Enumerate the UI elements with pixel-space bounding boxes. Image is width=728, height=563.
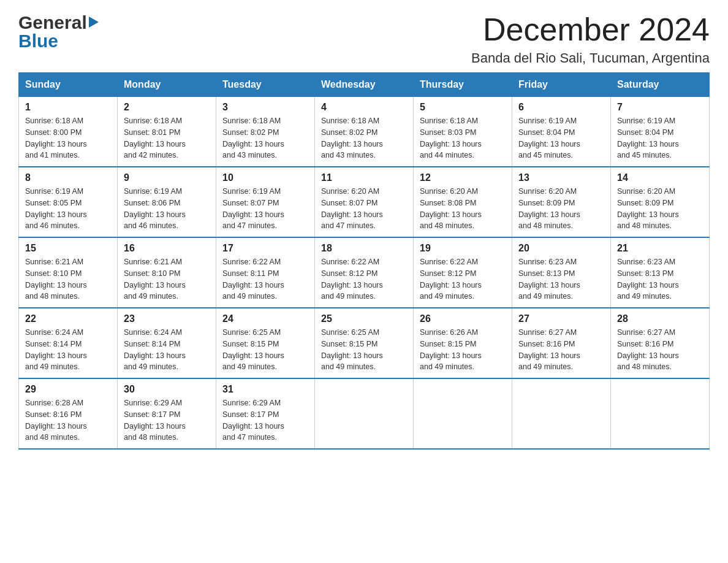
- day-number: 3: [222, 102, 308, 113]
- day-number: 29: [25, 384, 111, 395]
- day-info: Sunrise: 6:25 AM Sunset: 8:15 PM Dayligh…: [321, 327, 407, 373]
- calendar-cell: 18 Sunrise: 6:22 AM Sunset: 8:12 PM Dayl…: [315, 237, 414, 308]
- day-number: 7: [617, 102, 703, 113]
- calendar-cell: 10 Sunrise: 6:19 AM Sunset: 8:07 PM Dayl…: [216, 167, 315, 237]
- day-info: Sunrise: 6:27 AM Sunset: 8:16 PM Dayligh…: [617, 327, 703, 373]
- day-info: Sunrise: 6:21 AM Sunset: 8:10 PM Dayligh…: [124, 256, 210, 302]
- calendar-body: 1 Sunrise: 6:18 AM Sunset: 8:00 PM Dayli…: [19, 97, 710, 450]
- day-number: 13: [518, 172, 604, 183]
- calendar-cell: [512, 378, 611, 449]
- day-number: 23: [124, 313, 210, 324]
- day-info: Sunrise: 6:19 AM Sunset: 8:05 PM Dayligh…: [25, 186, 111, 232]
- day-info: Sunrise: 6:18 AM Sunset: 8:03 PM Dayligh…: [420, 115, 506, 161]
- day-number: 15: [25, 243, 111, 254]
- day-info: Sunrise: 6:20 AM Sunset: 8:08 PM Dayligh…: [420, 186, 506, 232]
- day-info: Sunrise: 6:19 AM Sunset: 8:06 PM Dayligh…: [124, 186, 210, 232]
- calendar-cell: 16 Sunrise: 6:21 AM Sunset: 8:10 PM Dayl…: [118, 237, 216, 308]
- day-info: Sunrise: 6:18 AM Sunset: 8:01 PM Dayligh…: [124, 115, 210, 161]
- day-number: 6: [518, 102, 604, 113]
- day-info: Sunrise: 6:18 AM Sunset: 8:02 PM Dayligh…: [222, 115, 308, 161]
- day-number: 21: [617, 243, 703, 254]
- calendar-cell: 19 Sunrise: 6:22 AM Sunset: 8:12 PM Dayl…: [414, 237, 512, 308]
- calendar-cell: 3 Sunrise: 6:18 AM Sunset: 8:02 PM Dayli…: [216, 97, 315, 167]
- calendar-cell: 21 Sunrise: 6:23 AM Sunset: 8:13 PM Dayl…: [611, 237, 710, 308]
- day-number: 1: [25, 102, 111, 113]
- day-number: 9: [124, 172, 210, 183]
- calendar-header-saturday: Saturday: [611, 73, 710, 97]
- day-info: Sunrise: 6:23 AM Sunset: 8:13 PM Dayligh…: [518, 256, 604, 302]
- day-info: Sunrise: 6:24 AM Sunset: 8:14 PM Dayligh…: [25, 327, 111, 373]
- day-number: 5: [420, 102, 506, 113]
- calendar-cell: 4 Sunrise: 6:18 AM Sunset: 8:02 PM Dayli…: [315, 97, 414, 167]
- calendar-header-sunday: Sunday: [19, 73, 118, 97]
- day-info: Sunrise: 6:19 AM Sunset: 8:07 PM Dayligh…: [222, 186, 308, 232]
- calendar-header-thursday: Thursday: [414, 73, 512, 97]
- calendar-cell: 20 Sunrise: 6:23 AM Sunset: 8:13 PM Dayl…: [512, 237, 611, 308]
- logo-general-text: General: [18, 12, 87, 33]
- calendar-header-friday: Friday: [512, 73, 611, 97]
- calendar-week-4: 22 Sunrise: 6:24 AM Sunset: 8:14 PM Dayl…: [19, 308, 710, 378]
- day-number: 17: [222, 243, 308, 254]
- day-info: Sunrise: 6:25 AM Sunset: 8:15 PM Dayligh…: [222, 327, 308, 373]
- day-info: Sunrise: 6:22 AM Sunset: 8:12 PM Dayligh…: [321, 256, 407, 302]
- day-number: 11: [321, 172, 407, 183]
- day-number: 18: [321, 243, 407, 254]
- calendar-cell: 9 Sunrise: 6:19 AM Sunset: 8:06 PM Dayli…: [118, 167, 216, 237]
- calendar-header-wednesday: Wednesday: [315, 73, 414, 97]
- day-info: Sunrise: 6:20 AM Sunset: 8:09 PM Dayligh…: [617, 186, 703, 232]
- calendar-week-1: 1 Sunrise: 6:18 AM Sunset: 8:00 PM Dayli…: [19, 97, 710, 167]
- calendar-cell: 28 Sunrise: 6:27 AM Sunset: 8:16 PM Dayl…: [611, 308, 710, 378]
- day-info: Sunrise: 6:28 AM Sunset: 8:16 PM Dayligh…: [25, 397, 111, 443]
- day-info: Sunrise: 6:29 AM Sunset: 8:17 PM Dayligh…: [124, 397, 210, 443]
- day-info: Sunrise: 6:22 AM Sunset: 8:11 PM Dayligh…: [222, 256, 308, 302]
- day-info: Sunrise: 6:22 AM Sunset: 8:12 PM Dayligh…: [420, 256, 506, 302]
- calendar-cell: 17 Sunrise: 6:22 AM Sunset: 8:11 PM Dayl…: [216, 237, 315, 308]
- day-number: 4: [321, 102, 407, 113]
- calendar-cell: 31 Sunrise: 6:29 AM Sunset: 8:17 PM Dayl…: [216, 378, 315, 449]
- day-info: Sunrise: 6:27 AM Sunset: 8:16 PM Dayligh…: [518, 327, 604, 373]
- page-subtitle: Banda del Rio Sali, Tucuman, Argentina: [471, 50, 710, 66]
- calendar-cell: 27 Sunrise: 6:27 AM Sunset: 8:16 PM Dayl…: [512, 308, 611, 378]
- day-number: 24: [222, 313, 308, 324]
- day-number: 14: [617, 172, 703, 183]
- day-number: 20: [518, 243, 604, 254]
- day-number: 30: [124, 384, 210, 395]
- page-header: General Blue December 2024 Banda del Rio…: [18, 12, 710, 66]
- day-number: 28: [617, 313, 703, 324]
- calendar-cell: 22 Sunrise: 6:24 AM Sunset: 8:14 PM Dayl…: [19, 308, 118, 378]
- day-number: 27: [518, 313, 604, 324]
- day-number: 19: [420, 243, 506, 254]
- calendar-cell: 12 Sunrise: 6:20 AM Sunset: 8:08 PM Dayl…: [414, 167, 512, 237]
- calendar-cell: 29 Sunrise: 6:28 AM Sunset: 8:16 PM Dayl…: [19, 378, 118, 449]
- calendar-cell: 26 Sunrise: 6:26 AM Sunset: 8:15 PM Dayl…: [414, 308, 512, 378]
- calendar-cell: 24 Sunrise: 6:25 AM Sunset: 8:15 PM Dayl…: [216, 308, 315, 378]
- calendar-cell: 7 Sunrise: 6:19 AM Sunset: 8:04 PM Dayli…: [611, 97, 710, 167]
- calendar-week-3: 15 Sunrise: 6:21 AM Sunset: 8:10 PM Dayl…: [19, 237, 710, 308]
- calendar-cell: 14 Sunrise: 6:20 AM Sunset: 8:09 PM Dayl…: [611, 167, 710, 237]
- calendar-header-monday: Monday: [118, 73, 216, 97]
- calendar-header-row: SundayMondayTuesdayWednesdayThursdayFrid…: [19, 73, 710, 97]
- day-number: 16: [124, 243, 210, 254]
- logo: General Blue: [18, 12, 99, 52]
- day-number: 8: [25, 172, 111, 183]
- calendar-cell: 25 Sunrise: 6:25 AM Sunset: 8:15 PM Dayl…: [315, 308, 414, 378]
- calendar-cell: 6 Sunrise: 6:19 AM Sunset: 8:04 PM Dayli…: [512, 97, 611, 167]
- day-number: 2: [124, 102, 210, 113]
- calendar-cell: 30 Sunrise: 6:29 AM Sunset: 8:17 PM Dayl…: [118, 378, 216, 449]
- calendar-cell: 5 Sunrise: 6:18 AM Sunset: 8:03 PM Dayli…: [414, 97, 512, 167]
- calendar-week-2: 8 Sunrise: 6:19 AM Sunset: 8:05 PM Dayli…: [19, 167, 710, 237]
- calendar-cell: [414, 378, 512, 449]
- day-info: Sunrise: 6:26 AM Sunset: 8:15 PM Dayligh…: [420, 327, 506, 373]
- day-info: Sunrise: 6:18 AM Sunset: 8:00 PM Dayligh…: [25, 115, 111, 161]
- title-area: December 2024 Banda del Rio Sali, Tucuma…: [471, 12, 710, 66]
- day-number: 12: [420, 172, 506, 183]
- day-number: 22: [25, 313, 111, 324]
- day-info: Sunrise: 6:19 AM Sunset: 8:04 PM Dayligh…: [518, 115, 604, 161]
- logo-flag-icon: [89, 17, 99, 28]
- calendar-cell: 2 Sunrise: 6:18 AM Sunset: 8:01 PM Dayli…: [118, 97, 216, 167]
- day-number: 25: [321, 313, 407, 324]
- calendar-table: SundayMondayTuesdayWednesdayThursdayFrid…: [18, 72, 710, 450]
- logo-blue-text: Blue: [18, 31, 58, 52]
- day-info: Sunrise: 6:23 AM Sunset: 8:13 PM Dayligh…: [617, 256, 703, 302]
- page-title: December 2024: [471, 12, 710, 47]
